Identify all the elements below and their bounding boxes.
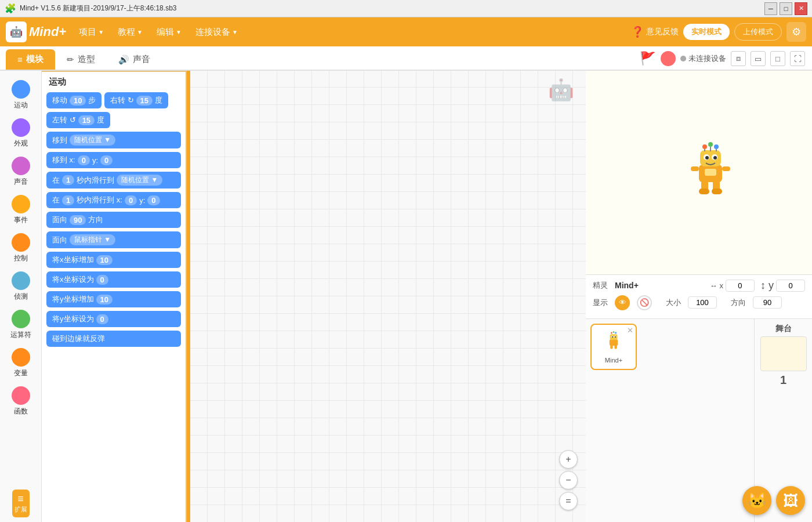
- code-area-robot-icon: 🤖: [548, 78, 574, 102]
- minimize-button[interactable]: ─: [764, 2, 777, 15]
- show-button[interactable]: 👁: [615, 295, 630, 310]
- block-turn-left[interactable]: 左转 ↺ 15 度: [46, 112, 110, 128]
- titlebar-title: Mind+ V1.5.6 新建项目-2019/9/17-上午8:46:18.sb…: [20, 3, 176, 13]
- tab-costumes[interactable]: ✏ 造型: [55, 49, 107, 70]
- svg-rect-17: [722, 166, 730, 171]
- menu-tutorial[interactable]: 教程 ▼: [111, 23, 150, 41]
- block-move[interactable]: 移动 10 步: [46, 92, 102, 108]
- block-glide-random[interactable]: 在 1 秒内滑行到 随机位置 ▼: [46, 172, 181, 188]
- functions-dot: [12, 386, 30, 405]
- block-goto-xy[interactable]: 移到 x: 0 y: 0: [46, 152, 181, 168]
- svg-rect-18: [705, 169, 716, 176]
- category-operators[interactable]: 运算符: [2, 306, 39, 343]
- looks-dot: [12, 118, 30, 137]
- connection-dot: [680, 56, 686, 61]
- tabbar: ≡ 模块 ✏ 造型 🔊 声音 🚩 未连接设备 ⧈ ▭ □ ⛶: [0, 46, 812, 71]
- sprite-card-mindplus[interactable]: ✕: [590, 324, 637, 370]
- sprite-card-image: [603, 330, 624, 356]
- maximize-button[interactable]: □: [780, 2, 792, 15]
- zoom-reset-button[interactable]: =: [559, 492, 578, 510]
- app-icon: 🧩: [5, 3, 16, 14]
- category-motion[interactable]: 运动: [2, 77, 39, 114]
- category-sensing[interactable]: 侦测: [2, 268, 39, 305]
- tab-sounds[interactable]: 🔊 声音: [107, 49, 162, 70]
- code-area[interactable]: 🤖 + − =: [190, 71, 586, 522]
- svg-rect-19: [610, 339, 618, 346]
- svg-point-26: [613, 331, 615, 333]
- titlebar-controls[interactable]: ─ □ ✕: [764, 2, 807, 15]
- category-functions[interactable]: 函数: [2, 383, 39, 420]
- titlebar: 🧩 Mind+ V1.5.6 新建项目-2019/9/17-上午8:46:18.…: [0, 0, 812, 17]
- block-change-x[interactable]: 将x坐标增加 10: [46, 252, 181, 268]
- stage-ctrl-narrow[interactable]: ▭: [751, 51, 766, 66]
- zoom-out-button[interactable]: −: [559, 471, 578, 490]
- logo-text: Mind+: [29, 24, 66, 39]
- category-control[interactable]: 控制: [2, 230, 39, 267]
- menu-connect[interactable]: 连接设备 ▼: [188, 23, 245, 41]
- zoom-in-button[interactable]: +: [559, 450, 578, 469]
- zoom-reset-icon: =: [566, 496, 571, 506]
- motion-dot: [12, 80, 30, 99]
- block-point-direction[interactable]: 面向 90 方向: [46, 212, 181, 228]
- add-backdrop-button[interactable]: 🖼: [776, 486, 805, 515]
- sensing-dot: [12, 271, 30, 290]
- stage-canvas: [586, 71, 812, 275]
- connection-status: 未连接设备: [680, 53, 726, 64]
- stage-ctrl-full[interactable]: □: [770, 51, 785, 66]
- green-flag-button[interactable]: 🚩: [639, 50, 656, 67]
- svg-point-8: [714, 144, 719, 149]
- stop-button[interactable]: [661, 51, 676, 66]
- category-events[interactable]: 事件: [2, 191, 39, 229]
- realtime-mode-button[interactable]: 实时模式: [683, 24, 730, 40]
- svg-rect-20: [610, 334, 618, 340]
- menu-edit[interactable]: 编辑 ▼: [150, 23, 188, 41]
- block-set-y[interactable]: 将y坐标设为 0: [46, 311, 181, 327]
- stage-area: 精灵 Mind+ ↔ x 0 ↕ y 0 显示 👁 🚫 大小 100 方向 90: [586, 71, 812, 522]
- svg-point-23: [612, 336, 613, 337]
- block-bounce[interactable]: 碰到边缘就反弹: [46, 331, 181, 347]
- question-icon: ❓: [631, 26, 644, 38]
- close-button[interactable]: ✕: [795, 2, 807, 15]
- logo-icon: 🤖: [6, 21, 27, 42]
- menu-tutorial-arrow: ▼: [137, 29, 143, 35]
- stage-robot: [687, 139, 734, 206]
- block-point-towards[interactable]: 面向 鼠标指针 ▼: [46, 231, 181, 248]
- stage-ctrl-expand[interactable]: ⛶: [790, 51, 805, 66]
- variables-dot: [12, 348, 30, 367]
- block-turn-right[interactable]: 右转 ↻ 15 度: [104, 92, 168, 108]
- svg-rect-29: [614, 345, 617, 348]
- main-content: 运动 外观 声音 事件 控制 侦测 运算符 变量: [0, 71, 812, 522]
- tabbar-right: 🚩 未连接设备 ⧈ ▭ □ ⛶: [639, 50, 812, 70]
- block-change-y[interactable]: 将y坐标增加 10: [46, 291, 181, 307]
- feedback-button[interactable]: ❓ 意见反馈: [631, 26, 679, 38]
- block-set-x[interactable]: 将x坐标设为 0: [46, 271, 181, 288]
- sprite-list: ✕: [586, 319, 754, 523]
- settings-button[interactable]: ⚙: [786, 22, 806, 42]
- category-variables[interactable]: 变量: [2, 345, 39, 382]
- svg-point-4: [705, 156, 709, 160]
- sprite-delete-button[interactable]: ✕: [627, 326, 633, 335]
- svg-point-27: [615, 332, 617, 334]
- blocks-tab-icon: ≡: [17, 55, 23, 64]
- category-sound[interactable]: 声音: [2, 153, 39, 190]
- svg-point-25: [611, 332, 612, 334]
- svg-rect-28: [610, 345, 612, 348]
- menu-project[interactable]: 项目 ▼: [72, 23, 111, 41]
- stage-background-thumbnail[interactable]: [760, 336, 807, 371]
- zoom-controls: + − =: [559, 450, 578, 510]
- category-looks[interactable]: 外观: [2, 115, 39, 152]
- gear-icon: ⚙: [792, 26, 801, 38]
- stage-ctrl-split[interactable]: ⧈: [731, 51, 746, 66]
- block-glide-xy[interactable]: 在 1 秒内滑行到 x: 0 y: 0: [46, 192, 181, 208]
- add-backdrop-icon: 🖼: [783, 492, 798, 510]
- block-goto-random[interactable]: 移到 随机位置 ▼: [46, 132, 181, 148]
- bottom-right-buttons: 🐱 🖼: [742, 486, 805, 515]
- svg-rect-14: [699, 188, 709, 194]
- control-dot: [12, 233, 30, 252]
- tab-blocks[interactable]: ≡ 模块: [6, 49, 55, 70]
- add-sprite-button[interactable]: 🐱: [742, 486, 771, 515]
- svg-rect-1: [700, 150, 721, 166]
- expand-button[interactable]: ≡ 扩展: [12, 490, 30, 517]
- upload-mode-button[interactable]: 上传模式: [734, 23, 782, 41]
- hide-button[interactable]: 🚫: [637, 295, 652, 310]
